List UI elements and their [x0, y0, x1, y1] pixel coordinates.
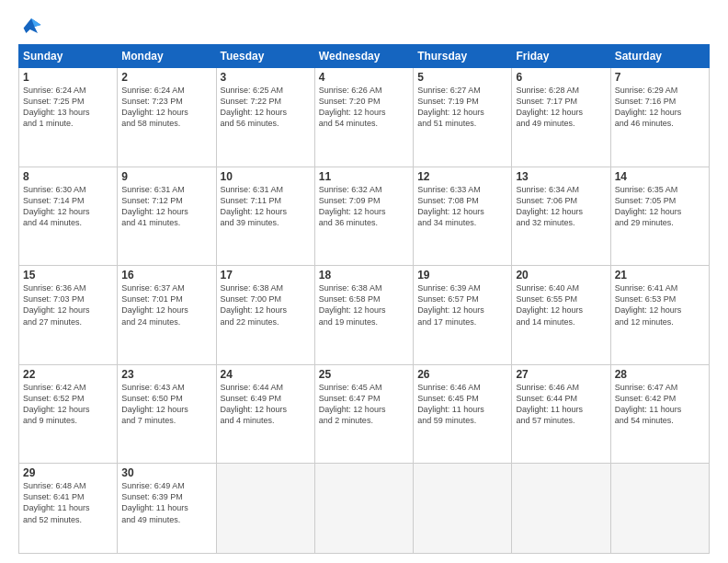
calendar-table: SundayMondayTuesdayWednesdayThursdayFrid… — [18, 44, 710, 554]
day-info: Sunrise: 6:38 AM Sunset: 6:58 PM Dayligh… — [319, 282, 409, 327]
day-info: Sunrise: 6:46 AM Sunset: 6:45 PM Dayligh… — [417, 382, 507, 427]
day-number: 21 — [615, 269, 705, 282]
weekday-header: Wednesday — [314, 45, 413, 68]
day-info: Sunrise: 6:25 AM Sunset: 7:22 PM Dayligh… — [221, 85, 311, 130]
calendar-cell: 21Sunrise: 6:41 AM Sunset: 6:53 PM Dayli… — [610, 266, 709, 365]
day-number: 16 — [121, 269, 211, 282]
calendar-cell: 18Sunrise: 6:38 AM Sunset: 6:58 PM Dayli… — [314, 266, 413, 365]
day-info: Sunrise: 6:45 AM Sunset: 6:47 PM Dayligh… — [319, 382, 409, 427]
week-row: 15Sunrise: 6:36 AM Sunset: 7:03 PM Dayli… — [19, 266, 710, 365]
day-info: Sunrise: 6:42 AM Sunset: 6:52 PM Dayligh… — [23, 382, 113, 427]
day-info: Sunrise: 6:36 AM Sunset: 7:03 PM Dayligh… — [23, 282, 113, 327]
day-number: 24 — [221, 368, 311, 381]
day-info: Sunrise: 6:30 AM Sunset: 7:14 PM Dayligh… — [23, 184, 113, 229]
calendar-cell: 3Sunrise: 6:25 AM Sunset: 7:22 PM Daylig… — [216, 68, 314, 167]
day-number: 17 — [221, 269, 311, 282]
day-info: Sunrise: 6:26 AM Sunset: 7:20 PM Dayligh… — [319, 85, 409, 130]
day-info: Sunrise: 6:31 AM Sunset: 7:11 PM Dayligh… — [221, 184, 311, 229]
logo — [18, 15, 48, 35]
week-row: 29Sunrise: 6:48 AM Sunset: 6:41 PM Dayli… — [19, 464, 710, 554]
day-info: Sunrise: 6:46 AM Sunset: 6:44 PM Dayligh… — [516, 382, 606, 427]
calendar-cell: 5Sunrise: 6:27 AM Sunset: 7:19 PM Daylig… — [414, 68, 512, 167]
day-number: 7 — [615, 71, 705, 84]
day-info: Sunrise: 6:40 AM Sunset: 6:55 PM Dayligh… — [516, 282, 606, 327]
day-info: Sunrise: 6:27 AM Sunset: 7:19 PM Dayligh… — [417, 85, 507, 130]
day-number: 26 — [417, 368, 507, 381]
calendar-cell: 4Sunrise: 6:26 AM Sunset: 7:20 PM Daylig… — [314, 68, 413, 167]
day-number: 15 — [23, 269, 113, 282]
calendar-cell: 8Sunrise: 6:30 AM Sunset: 7:14 PM Daylig… — [19, 167, 118, 266]
weekday-header: Friday — [512, 45, 610, 68]
day-info: Sunrise: 6:24 AM Sunset: 7:23 PM Dayligh… — [121, 85, 211, 130]
calendar-cell — [414, 464, 512, 554]
day-number: 20 — [516, 269, 606, 282]
day-number: 3 — [221, 71, 311, 84]
calendar-cell: 1Sunrise: 6:24 AM Sunset: 7:25 PM Daylig… — [19, 68, 118, 167]
day-info: Sunrise: 6:39 AM Sunset: 6:57 PM Dayligh… — [417, 282, 507, 327]
day-number: 23 — [121, 368, 211, 381]
day-info: Sunrise: 6:38 AM Sunset: 7:00 PM Dayligh… — [221, 282, 311, 327]
weekday-header: Tuesday — [216, 45, 314, 68]
day-number: 10 — [221, 170, 311, 183]
calendar-cell: 19Sunrise: 6:39 AM Sunset: 6:57 PM Dayli… — [414, 266, 512, 365]
calendar-cell: 30Sunrise: 6:49 AM Sunset: 6:39 PM Dayli… — [118, 464, 216, 554]
calendar-cell: 20Sunrise: 6:40 AM Sunset: 6:55 PM Dayli… — [512, 266, 610, 365]
day-info: Sunrise: 6:35 AM Sunset: 7:05 PM Dayligh… — [615, 184, 705, 229]
calendar-cell: 29Sunrise: 6:48 AM Sunset: 6:41 PM Dayli… — [19, 464, 118, 554]
weekday-header: Monday — [118, 45, 216, 68]
day-info: Sunrise: 6:28 AM Sunset: 7:17 PM Dayligh… — [516, 85, 606, 130]
page: SundayMondayTuesdayWednesdayThursdayFrid… — [0, 0, 728, 563]
day-info: Sunrise: 6:37 AM Sunset: 7:01 PM Dayligh… — [121, 282, 211, 327]
day-number: 12 — [417, 170, 507, 183]
calendar-cell: 17Sunrise: 6:38 AM Sunset: 7:00 PM Dayli… — [216, 266, 314, 365]
week-row: 8Sunrise: 6:30 AM Sunset: 7:14 PM Daylig… — [19, 167, 710, 266]
day-info: Sunrise: 6:49 AM Sunset: 6:39 PM Dayligh… — [121, 480, 211, 525]
day-number: 13 — [516, 170, 606, 183]
day-number: 25 — [319, 368, 409, 381]
day-number: 5 — [417, 71, 507, 84]
calendar-cell: 11Sunrise: 6:32 AM Sunset: 7:09 PM Dayli… — [314, 167, 413, 266]
calendar-cell: 2Sunrise: 6:24 AM Sunset: 7:23 PM Daylig… — [118, 68, 216, 167]
logo-bird-icon — [18, 15, 44, 35]
calendar-cell: 23Sunrise: 6:43 AM Sunset: 6:50 PM Dayli… — [118, 364, 216, 464]
day-number: 30 — [121, 466, 211, 479]
day-info: Sunrise: 6:31 AM Sunset: 7:12 PM Dayligh… — [121, 184, 211, 229]
day-number: 11 — [319, 170, 409, 183]
day-number: 4 — [319, 71, 409, 84]
calendar-cell: 28Sunrise: 6:47 AM Sunset: 6:42 PM Dayli… — [610, 364, 709, 464]
calendar-cell: 24Sunrise: 6:44 AM Sunset: 6:49 PM Dayli… — [216, 364, 314, 464]
weekday-header: Thursday — [414, 45, 512, 68]
calendar-cell — [512, 464, 610, 554]
calendar-cell — [216, 464, 314, 554]
weekday-header-row: SundayMondayTuesdayWednesdayThursdayFrid… — [19, 45, 710, 68]
day-info: Sunrise: 6:24 AM Sunset: 7:25 PM Dayligh… — [23, 85, 113, 130]
calendar-cell: 25Sunrise: 6:45 AM Sunset: 6:47 PM Dayli… — [314, 364, 413, 464]
calendar-cell: 13Sunrise: 6:34 AM Sunset: 7:06 PM Dayli… — [512, 167, 610, 266]
week-row: 22Sunrise: 6:42 AM Sunset: 6:52 PM Dayli… — [19, 364, 710, 464]
calendar-cell: 14Sunrise: 6:35 AM Sunset: 7:05 PM Dayli… — [610, 167, 709, 266]
calendar-cell: 6Sunrise: 6:28 AM Sunset: 7:17 PM Daylig… — [512, 68, 610, 167]
calendar-cell: 27Sunrise: 6:46 AM Sunset: 6:44 PM Dayli… — [512, 364, 610, 464]
header — [18, 15, 710, 35]
day-info: Sunrise: 6:33 AM Sunset: 7:08 PM Dayligh… — [417, 184, 507, 229]
day-info: Sunrise: 6:32 AM Sunset: 7:09 PM Dayligh… — [319, 184, 409, 229]
day-info: Sunrise: 6:47 AM Sunset: 6:42 PM Dayligh… — [615, 382, 705, 427]
day-info: Sunrise: 6:43 AM Sunset: 6:50 PM Dayligh… — [121, 382, 211, 427]
day-number: 8 — [23, 170, 113, 183]
day-number: 19 — [417, 269, 507, 282]
day-number: 9 — [121, 170, 211, 183]
day-info: Sunrise: 6:29 AM Sunset: 7:16 PM Dayligh… — [615, 85, 705, 130]
calendar-cell: 9Sunrise: 6:31 AM Sunset: 7:12 PM Daylig… — [118, 167, 216, 266]
calendar-cell: 16Sunrise: 6:37 AM Sunset: 7:01 PM Dayli… — [118, 266, 216, 365]
day-number: 1 — [23, 71, 113, 84]
calendar-cell: 12Sunrise: 6:33 AM Sunset: 7:08 PM Dayli… — [414, 167, 512, 266]
week-row: 1Sunrise: 6:24 AM Sunset: 7:25 PM Daylig… — [19, 68, 710, 167]
day-info: Sunrise: 6:41 AM Sunset: 6:53 PM Dayligh… — [615, 282, 705, 327]
day-number: 14 — [615, 170, 705, 183]
day-number: 28 — [615, 368, 705, 381]
calendar-cell: 15Sunrise: 6:36 AM Sunset: 7:03 PM Dayli… — [19, 266, 118, 365]
day-info: Sunrise: 6:34 AM Sunset: 7:06 PM Dayligh… — [516, 184, 606, 229]
day-number: 22 — [23, 368, 113, 381]
day-number: 6 — [516, 71, 606, 84]
weekday-header: Saturday — [610, 45, 709, 68]
